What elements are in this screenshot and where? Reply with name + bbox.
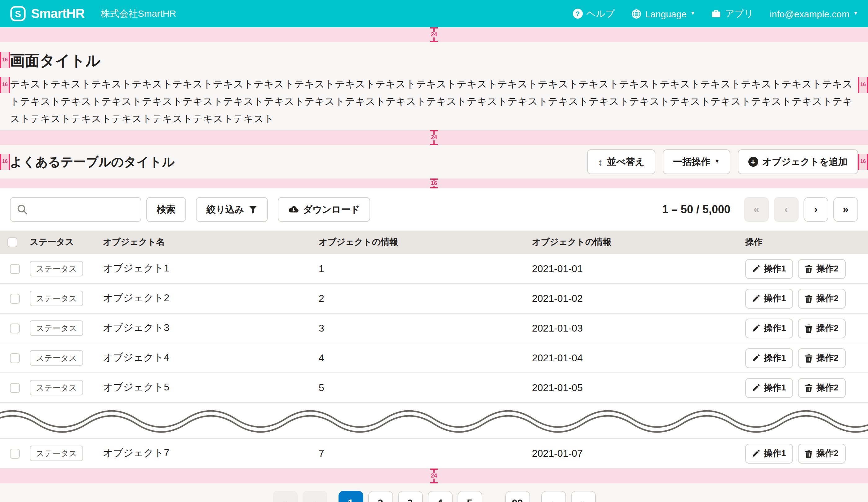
margin-annotation-right: 16 (858, 154, 868, 170)
pencil-icon (752, 294, 760, 302)
object-date: 2021-01-07 (532, 448, 745, 459)
page-button-3[interactable]: 3 (398, 491, 423, 502)
table-actions: ↕ 並べ替え 一括操作 ▼ + オブジェクトを追加 (588, 149, 858, 174)
object-name: オブジェクト5 (103, 381, 319, 394)
filter-button[interactable]: 絞り込み (196, 197, 268, 222)
row-checkbox[interactable] (10, 353, 20, 363)
account-email: info@example.com (770, 8, 849, 19)
last-page-button[interactable]: » (833, 197, 858, 222)
op2-label: 操作2 (817, 382, 839, 393)
row-checkbox[interactable] (10, 448, 20, 458)
op1-button[interactable]: 操作1 (745, 443, 793, 463)
prev-page-button[interactable]: ‹ (774, 197, 798, 222)
object-date: 2021-01-04 (532, 352, 745, 364)
op2-button[interactable]: 操作2 (798, 348, 846, 368)
filter-label: 絞り込み (206, 203, 244, 216)
table-card: 検索 絞り込み ダウンロード 1 – 50 / 5,000 « ‹ › (0, 188, 868, 469)
toolbar-pagination: 1 – 50 / 5,000 « ‹ › » (662, 197, 858, 222)
object-info: 3 (319, 323, 532, 334)
help-link[interactable]: ? ヘルプ (572, 8, 615, 20)
row-checkbox[interactable] (10, 264, 20, 274)
sort-button[interactable]: ↕ 並べ替え (588, 149, 655, 174)
last-page-button[interactable]: » (571, 491, 596, 502)
range-label: 1 – 50 / 5,000 (662, 203, 730, 216)
pencil-icon (752, 384, 760, 392)
cloud-download-icon (288, 205, 299, 214)
bulk-action-button[interactable]: 一括操作 ▼ (662, 149, 730, 174)
op1-label: 操作1 (764, 263, 786, 274)
op2-button[interactable]: 操作2 (798, 443, 846, 463)
op1-button[interactable]: 操作1 (745, 289, 793, 308)
op1-label: 操作1 (764, 448, 786, 459)
first-page-button[interactable]: « (272, 491, 297, 502)
smarthr-logo[interactable]: S SmartHR (10, 6, 85, 22)
next-page-button[interactable]: › (804, 197, 828, 222)
op2-label: 操作2 (817, 448, 839, 459)
svg-text:S: S (15, 9, 21, 19)
add-object-button[interactable]: + オブジェクトを追加 (737, 149, 858, 174)
next-page-button[interactable]: › (541, 491, 566, 502)
op1-label: 操作1 (764, 382, 786, 393)
help-label: ヘルプ (586, 8, 615, 20)
language-dropdown[interactable]: Language ▼ (631, 8, 695, 19)
prev-page-button[interactable]: ‹ (302, 491, 327, 502)
op2-label: 操作2 (817, 323, 839, 334)
search-box (10, 197, 141, 222)
op2-button[interactable]: 操作2 (798, 378, 846, 398)
op2-button[interactable]: 操作2 (798, 289, 846, 308)
op1-button[interactable]: 操作1 (745, 348, 793, 368)
op2-label: 操作2 (817, 293, 839, 304)
pencil-icon (752, 265, 760, 273)
row-checkbox[interactable] (10, 323, 20, 333)
page-button-99[interactable]: 99 (505, 491, 530, 502)
op1-button[interactable]: 操作1 (745, 259, 793, 279)
apps-label: アプリ (725, 8, 754, 20)
row-checkbox[interactable] (10, 383, 20, 393)
pagination-ellipsis: … (488, 498, 499, 502)
status-badge: ステータス (30, 379, 83, 395)
column-header-name: オブジェクト名 (103, 237, 319, 248)
briefcase-icon (712, 9, 721, 19)
page-button-5[interactable]: 5 (457, 491, 482, 502)
status-badge: ステータス (30, 261, 83, 276)
status-badge: ステータス (30, 320, 83, 336)
margin-annotation-left: 16 (0, 154, 10, 170)
op2-button[interactable]: 操作2 (798, 259, 846, 279)
page-button-1[interactable]: 1 (338, 491, 363, 502)
search-button[interactable]: 検索 (146, 197, 186, 222)
add-label: オブジェクトを追加 (762, 156, 848, 168)
search-input[interactable] (10, 197, 141, 222)
table-row: ステータス オブジェクト3 3 2021-01-03 操作1 操作2 (0, 314, 868, 343)
sort-icon: ↕ (598, 156, 603, 167)
select-all-checkbox[interactable] (8, 237, 17, 247)
trash-icon (805, 354, 813, 362)
search-icon (17, 204, 28, 215)
first-page-button[interactable]: « (744, 197, 769, 222)
op1-button[interactable]: 操作1 (745, 378, 793, 398)
page-button-4[interactable]: 4 (427, 491, 452, 502)
chevron-down-icon: ▼ (690, 11, 695, 16)
table-header-row: ステータス オブジェクト名 オブジェクトの情報 オブジェクトの情報 操作 (0, 231, 868, 254)
op2-label: 操作2 (817, 263, 839, 274)
table-row: ステータス オブジェクト2 2 2021-01-02 操作1 操作2 (0, 284, 868, 314)
op2-button[interactable]: 操作2 (798, 318, 846, 338)
table-section-header: 16 16 よくあるテーブルのタイトル ↕ 並べ替え 一括操作 ▼ + オブジェ… (0, 145, 868, 178)
object-name: オブジェクト7 (103, 447, 319, 460)
spacing-band-16: 16 (0, 178, 868, 188)
op1-button[interactable]: 操作1 (745, 318, 793, 338)
table-row: ステータス オブジェクト4 4 2021-01-04 操作1 操作2 (0, 343, 868, 373)
column-header-info2: オブジェクトの情報 (532, 237, 745, 248)
spacing-band-24: 24 (0, 130, 868, 145)
spacing-ruler: 24 (428, 130, 440, 145)
page-button-2[interactable]: 2 (368, 491, 393, 502)
row-checkbox[interactable] (10, 293, 20, 303)
smarthr-logo-icon: S (10, 6, 26, 22)
download-button[interactable]: ダウンロード (278, 197, 371, 222)
pencil-icon (752, 324, 760, 332)
account-dropdown[interactable]: info@example.com ▼ (770, 8, 858, 19)
funnel-icon (248, 205, 257, 214)
app-header: S SmartHR 株式会社SmartHR ? ヘルプ Language ▼ (0, 0, 868, 27)
table-title: よくあるテーブルのタイトル (10, 154, 175, 170)
op1-label: 操作1 (764, 293, 786, 304)
apps-link[interactable]: アプリ (712, 8, 754, 20)
